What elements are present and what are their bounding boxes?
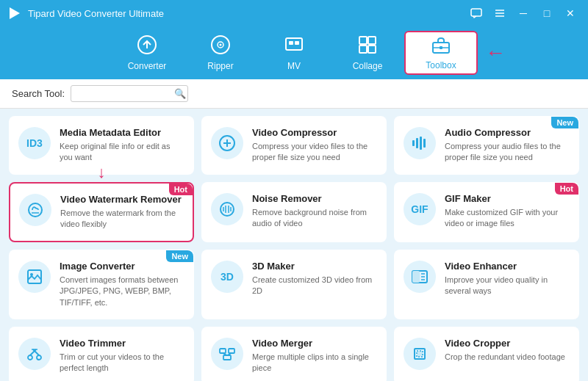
card-arrow-icon: ↓ xyxy=(98,163,106,182)
tools-grid: ID3 Media Metadata Editor Keep original … xyxy=(9,116,579,381)
tool-card-gif-maker[interactable]: GIF GIF Maker Make customized GIF with y… xyxy=(394,182,579,242)
tool-desc-video-enhancer: Improve your video quality in several wa… xyxy=(445,275,570,297)
svg-point-28 xyxy=(220,203,234,216)
svg-point-41 xyxy=(37,355,41,360)
badge-image-converter: New xyxy=(166,250,193,262)
tool-card-noise-remover[interactable]: Noise Remover Remove background noise fr… xyxy=(201,182,387,242)
tool-name-gif-maker: GIF Maker xyxy=(445,193,570,204)
svg-rect-45 xyxy=(223,355,231,360)
tool-card-video-merger[interactable]: Video Merger Merge multiple clips into a… xyxy=(201,327,387,381)
tool-icon-media-metadata: ID3 xyxy=(18,127,51,159)
svg-rect-9 xyxy=(286,38,302,50)
tool-name-noise-remover: Noise Remover xyxy=(252,193,377,204)
collage-icon xyxy=(357,35,378,58)
close-button[interactable]: ✕ xyxy=(560,5,581,21)
tool-name-media-metadata: Media Metadata Editor xyxy=(60,127,184,138)
badge-audio-compressor: New xyxy=(551,117,578,128)
tool-icon-audio-compressor xyxy=(404,127,436,159)
nav-collage-label: Collage xyxy=(353,61,383,71)
svg-rect-24 xyxy=(420,137,422,150)
tool-info-video-watermark: Video Watermark Remover Remove the water… xyxy=(60,194,184,231)
mv-icon xyxy=(284,35,304,58)
tool-card-audio-compressor[interactable]: Audio Compressor Compress your audio fil… xyxy=(394,116,579,175)
titlebar-left: Tipard Video Converter Ultimate xyxy=(7,6,164,21)
svg-rect-36 xyxy=(412,271,420,283)
tool-info-3d-maker: 3D Maker Create customized 3D video from… xyxy=(252,261,377,297)
svg-rect-44 xyxy=(229,349,234,353)
tool-icon-3d-maker: 3D xyxy=(211,261,243,293)
tool-name-video-trimmer: Video Trimmer xyxy=(60,338,184,349)
converter-icon xyxy=(137,35,157,58)
tool-desc-video-compressor: Compress your video files to the proper … xyxy=(252,141,377,164)
navbar: Converter Ripper MV xyxy=(0,26,588,79)
tool-icon-video-trimmer xyxy=(18,338,51,370)
minimize-button[interactable]: ─ xyxy=(513,5,534,21)
tool-icon-image-converter xyxy=(18,261,51,293)
svg-rect-43 xyxy=(220,349,226,353)
tool-name-video-merger: Video Merger xyxy=(252,338,377,349)
nav-ripper[interactable]: Ripper xyxy=(184,31,257,75)
badge-video-watermark: Hot xyxy=(169,184,193,195)
badge-gif-maker: Hot xyxy=(555,183,578,195)
searchbar: Search Tool: 🔍 xyxy=(0,79,588,109)
svg-point-40 xyxy=(28,355,32,360)
tool-icon-video-cropper xyxy=(404,338,436,370)
tool-info-video-merger: Video Merger Merge multiple clips into a… xyxy=(252,338,377,374)
svg-rect-12 xyxy=(359,37,367,44)
menu-button[interactable] xyxy=(490,5,510,21)
tool-card-video-trimmer[interactable]: Video Trimmer Trim or cut your videos to… xyxy=(9,327,194,381)
tool-desc-noise-remover: Remove background noise from audio of vi… xyxy=(252,207,377,230)
message-button[interactable] xyxy=(466,5,487,21)
svg-rect-11 xyxy=(295,41,299,45)
titlebar-controls: ─ □ ✕ xyxy=(466,5,581,21)
tool-desc-3d-maker: Create customized 3D video from 2D xyxy=(252,275,377,297)
tool-info-video-compressor: Video Compressor Compress your video fil… xyxy=(252,127,377,164)
nav-toolbox-label: Toolbox xyxy=(426,60,456,70)
nav-converter-label: Converter xyxy=(128,61,167,71)
tool-card-video-cropper[interactable]: Video Cropper Crop the redundant video f… xyxy=(394,327,579,381)
nav-ripper-label: Ripper xyxy=(207,61,233,71)
nav-mv[interactable]: MV xyxy=(257,31,331,75)
nav-collage[interactable]: Collage xyxy=(331,31,404,75)
nav-arrow-icon: ← xyxy=(485,41,506,65)
search-icon[interactable]: 🔍 xyxy=(174,88,186,99)
tool-card-video-compressor[interactable]: Video Compressor Compress your video fil… xyxy=(201,116,387,175)
tool-card-video-watermark[interactable]: ↓ Video Watermark Remover Remove the wat… xyxy=(9,182,194,242)
tool-info-media-metadata: Media Metadata Editor Keep original file… xyxy=(60,127,184,164)
svg-rect-22 xyxy=(412,140,415,146)
tool-info-gif-maker: GIF Maker Make customized GIF with your … xyxy=(445,193,570,230)
tool-name-audio-compressor: Audio Compressor xyxy=(445,127,570,138)
tool-name-video-compressor: Video Compressor xyxy=(252,127,377,138)
tool-desc-video-watermark: Remove the watermark from the video flex… xyxy=(60,208,184,231)
svg-rect-15 xyxy=(368,46,376,53)
tool-card-3d-maker[interactable]: 3D 3D Maker Create customized 3D video f… xyxy=(201,250,387,319)
titlebar: Tipard Video Converter Ultimate ─ □ ✕ xyxy=(0,0,588,26)
svg-rect-13 xyxy=(368,37,376,44)
nav-mv-label: MV xyxy=(287,61,301,71)
nav-converter[interactable]: Converter xyxy=(110,31,184,75)
svg-rect-25 xyxy=(423,139,426,148)
tool-name-video-enhancer: Video Enhancer xyxy=(445,261,570,272)
tool-card-video-enhancer[interactable]: Video Enhancer Improve your video qualit… xyxy=(394,250,579,319)
search-input[interactable] xyxy=(76,89,171,99)
tool-info-video-cropper: Video Cropper Crop the redundant video f… xyxy=(445,338,570,363)
tool-info-video-trimmer: Video Trimmer Trim or cut your videos to… xyxy=(60,338,184,374)
tool-icon-video-compressor xyxy=(211,127,243,159)
app-logo-icon xyxy=(7,6,22,21)
tool-icon-noise-remover xyxy=(211,193,243,225)
svg-rect-47 xyxy=(417,351,423,357)
main-content: ID3 Media Metadata Editor Keep original … xyxy=(0,109,588,381)
tool-desc-video-cropper: Crop the redundant video footage xyxy=(445,352,570,363)
nav-toolbox[interactable]: Toolbox ← xyxy=(404,31,478,75)
tool-name-3d-maker: 3D Maker xyxy=(252,261,377,272)
maximize-button[interactable]: □ xyxy=(537,5,557,21)
tool-icon-gif-maker: GIF xyxy=(404,193,436,225)
tool-card-image-converter[interactable]: Image Converter Convert images formats b… xyxy=(9,250,194,319)
tool-icon-video-merger xyxy=(211,338,243,370)
svg-marker-0 xyxy=(10,7,20,19)
search-input-wrap: 🔍 xyxy=(71,85,188,102)
tool-name-video-watermark: Video Watermark Remover xyxy=(60,194,184,205)
tool-desc-video-trimmer: Trim or cut your videos to the perfect l… xyxy=(60,352,184,374)
svg-point-26 xyxy=(29,203,42,217)
tool-desc-video-merger: Merge multiple clips into a single piece xyxy=(252,352,377,374)
